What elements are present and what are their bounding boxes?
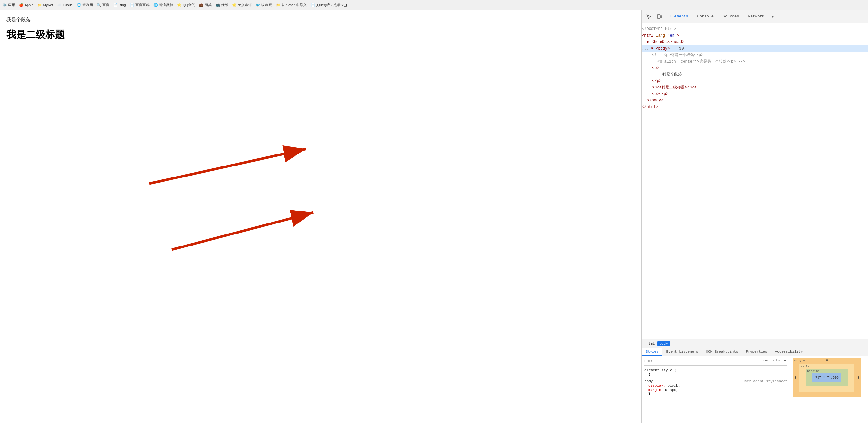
element-style-block: element.style { } [644,368,787,377]
breadcrumb-html[interactable]: html [644,341,657,346]
bookmark-jquery[interactable]: 📄 jQuery库 / 选项卡_j... [311,3,349,7]
dom-p-open[interactable]: <p> [642,65,868,71]
border-label: border [801,364,811,368]
bookmark-linkedin[interactable]: 💼 领英 [199,3,212,7]
body-dollar: == $0 [670,46,684,52]
dom-head[interactable]: ▶ <head>…</head> [642,39,868,45]
add-rule-button[interactable]: + [782,358,787,363]
content-dimensions: 737 × 74.906 [815,376,839,379]
body-tag: ▼ <body> [651,46,670,52]
devtools-toolbar: Elements Console Sources Network » ⋮ [642,10,868,23]
p-close-tag: </p> [652,78,661,84]
box-margin: margin 8 8 8 border - padding - [793,358,861,397]
bottom-tab-dombreakpoints[interactable]: DOM Breakpoints [702,348,742,356]
bookmark-apps[interactable]: ⚙️ 应用 [3,3,15,7]
body-dots: ... [642,46,651,52]
bookmark-apple[interactable]: 🍎 Apple [19,3,34,7]
bookmark-dianping[interactable]: 🌟 大众点评 [232,3,252,7]
display-val: block; [668,384,680,388]
dom-h2[interactable]: <h2>我是二级标题</h2> [642,84,868,91]
tabs-more-button[interactable]: » [769,10,777,23]
dom-comment1[interactable]: <!-- <p>这是一个段落</p> [642,52,868,58]
bookmark-mynet[interactable]: 📁 MyNet [37,3,53,7]
display-prop: display: [648,384,665,388]
hov-button[interactable]: :hov [758,358,769,363]
dom-html-close[interactable]: </html> [642,104,868,110]
styles-rules: :hov .cls + element.style { } body { use… [642,356,790,423]
dom-p-text[interactable]: 我是个段落 [642,71,868,78]
tab-elements[interactable]: Elements [665,10,693,23]
bookmark-sina[interactable]: 🌐 新浪网 [77,3,93,7]
styles-filter-input[interactable] [644,359,756,363]
devtools-panel: Elements Console Sources Network » ⋮ <!D… [642,10,868,423]
element-style-close: } [648,373,787,377]
dom-comment2[interactable]: <p align="center">这是另一个段落</p> --> [642,58,868,65]
user-agent-comment: user agent stylesheet [742,379,787,383]
dom-doctype[interactable]: <!DOCTYPE html> [642,26,868,32]
margin-left-val: 8 [794,376,796,379]
margin-prop: margin: [648,388,663,392]
bookmark-qq[interactable]: ⭐ QQ空间 [177,3,195,7]
body-selector-text: body { [644,379,657,383]
device-button[interactable] [655,12,664,21]
body-close-tag: </body> [647,97,663,103]
comment1-text: <!-- <p>这是一个段落</p> [652,52,703,58]
svg-line-2 [149,149,306,184]
page-content: 我是个段落 我是二级标题 [0,10,642,423]
bookmark-maoyan[interactable]: 🐦 猫途鹰 [256,3,272,7]
p-empty-tag: <p></p> [652,91,668,97]
border-val: - [851,376,853,379]
margin-label: margin [794,359,805,362]
svg-line-3 [172,213,313,250]
dom-p-close[interactable]: </p> [642,78,868,84]
inspect-button[interactable] [644,12,653,21]
padding-label: padding [807,370,819,373]
bottom-tab-accessibility[interactable]: Accessibility [771,348,807,356]
bookmark-baike[interactable]: 📄 百度百科 [130,3,150,7]
bookmark-baidu[interactable]: 🔍 百度 [97,3,110,7]
margin-val-display: 8 [826,359,828,362]
padding-val: - [845,376,847,379]
styles-filter-bar: :hov .cls + [644,358,787,366]
bookmark-weibo[interactable]: 🌐 新浪微博 [153,3,173,7]
cls-button[interactable]: .cls [770,358,781,363]
body-selector: body { user agent stylesheet [644,379,787,383]
devtools-menu-button[interactable]: ⋮ [856,12,865,21]
dom-body-close[interactable]: </body> [642,97,868,104]
bookmark-bing[interactable]: 📄 Bing [113,3,126,7]
arrows-overlay [0,10,642,423]
tab-sources[interactable]: Sources [718,10,743,23]
element-style-selector: element.style { [644,368,787,372]
bookmark-bar: ⚙️ 应用 🍎 Apple 📁 MyNet ☁️ iCloud 🌐 新浪网 🔍 … [0,0,868,10]
comment2-text: <p align="center">这是另一个段落</p> --> [657,59,745,64]
box-content: 737 × 74.906 [812,373,841,382]
dom-html[interactable]: <html lang="en"> [642,32,868,39]
dom-p-empty[interactable]: <p></p> [642,91,868,97]
tab-console[interactable]: Console [693,10,718,23]
bookmark-youku[interactable]: 📺 优酷 [216,3,228,7]
breadcrumb-body[interactable]: body [657,341,670,346]
margin-rule: margin: ▶ 8px; [648,388,787,392]
box-model: margin 8 8 8 border - padding - [793,358,861,397]
styles-panel: :hov .cls + element.style { } body { use… [642,356,868,423]
html-close-tag: </html> [642,104,658,110]
p-open-tag: <p> [652,65,659,71]
svg-rect-5 [660,16,661,18]
bottom-tab-eventlisteners[interactable]: Event Listeners [662,348,702,356]
bottom-tab-styles[interactable]: Styles [642,348,662,356]
main-layout: 我是个段落 我是二级标题 [0,10,868,423]
tab-network[interactable]: Network [743,10,769,23]
dom-body[interactable]: ... ▼ <body> == $0 [642,45,868,52]
svg-rect-4 [657,15,660,19]
styles-pseudo-buttons: :hov .cls + [758,358,787,363]
bottom-tab-properties[interactable]: Properties [742,348,771,356]
h2-tag: <h2>我是二级标题</h2> [652,85,696,90]
breadcrumb: html body [642,339,868,348]
page-heading: 我是二级标题 [6,28,635,41]
box-padding: padding - 737 × 74.906 [806,369,848,386]
body-close-brace: } [648,392,787,396]
bookmark-icloud[interactable]: ☁️ iCloud [57,3,73,7]
bookmark-safari-import[interactable]: 📁 从 Safari 中导入 [276,3,307,7]
box-model-panel: margin 8 8 8 border - padding - [790,356,868,423]
devtools-bottom: html body Styles Event Listeners DOM Bre… [642,339,868,423]
